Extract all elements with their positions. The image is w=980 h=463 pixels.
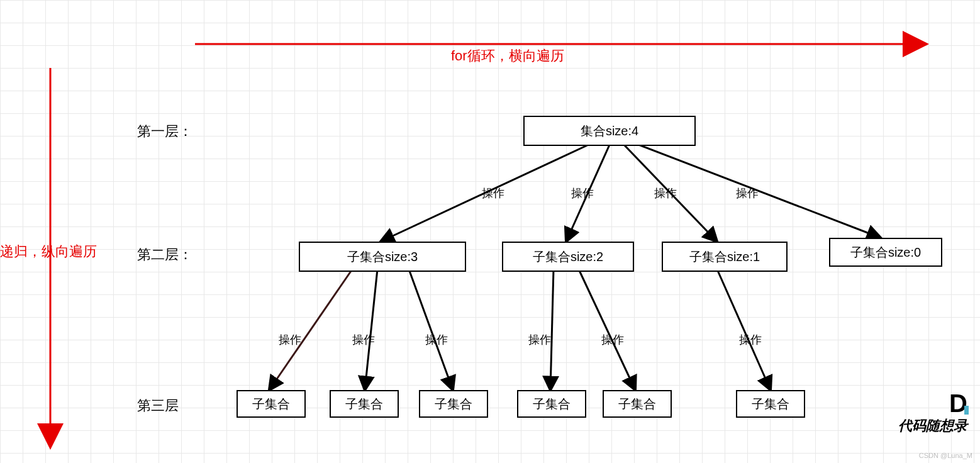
node-l2-size1: 子集合size:1 [662,242,788,272]
level-1-label: 第一层： [137,122,192,141]
edge-op-4: 操作 [736,186,759,201]
node-root: 集合size:4 [523,116,696,146]
level-3-label: 第三层 [137,396,179,415]
vertical-axis-label: 递归，纵向遍历 [0,242,97,261]
node-leaf-3: 子集合 [419,390,488,418]
credit-text: CSDN @Luna_M [919,452,972,459]
horizontal-axis-label: for循环，横向遍历 [451,47,564,65]
node-leaf-6: 子集合 [736,390,805,418]
edge-op-2: 操作 [571,186,594,201]
edge-op-9: 操作 [601,332,624,347]
node-leaf-4: 子集合 [517,390,586,418]
edge-op-1: 操作 [482,186,504,201]
edge-op-7: 操作 [425,332,448,347]
edge-op-3: 操作 [654,186,677,201]
brand-name: 代码随想录 [898,416,967,435]
edge-op-8: 操作 [528,332,551,347]
node-leaf-2: 子集合 [330,390,399,418]
node-l2-size2: 子集合size:2 [502,242,634,272]
node-l2-size3: 子集合size:3 [299,242,466,272]
edge-op-10: 操作 [739,332,762,347]
edge-op-6: 操作 [352,332,375,347]
node-l2-size0: 子集合size:0 [829,238,942,267]
node-leaf-1: 子集合 [237,390,306,418]
brand-letter-icon: D [949,389,967,418]
edge-op-5: 操作 [279,332,301,347]
brand-watermark: D 代码随想录 [898,389,967,435]
node-leaf-5: 子集合 [603,390,672,418]
level-2-label: 第二层： [137,245,192,264]
